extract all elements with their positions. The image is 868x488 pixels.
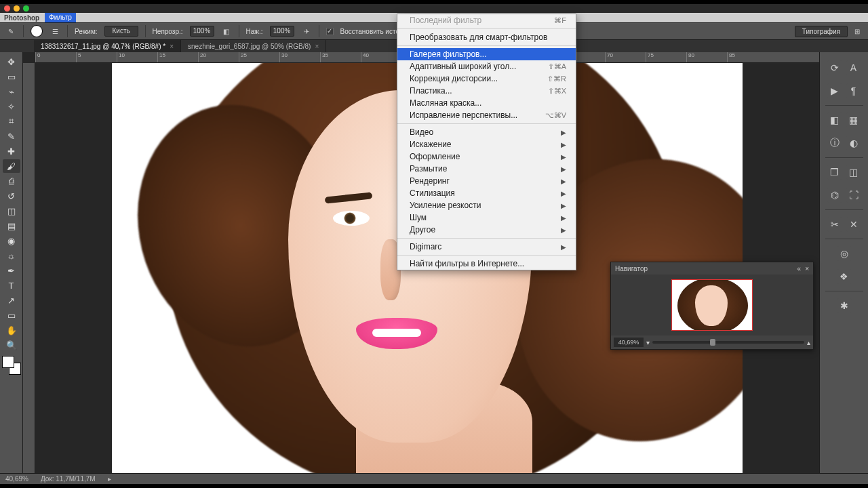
menu-item-label: Пластика... xyxy=(410,86,452,96)
document-tab[interactable]: 1383132617_11.jpg @ 40,7% (RGB/8#) * × xyxy=(34,40,181,52)
menu-item[interactable]: Шум▶ xyxy=(397,211,576,224)
clone-panel-icon[interactable]: ◎ xyxy=(837,246,852,261)
status-arrow-icon[interactable]: ▸ xyxy=(108,475,111,483)
shape-tool-icon[interactable]: ▭ xyxy=(3,308,20,322)
gradient-tool-icon[interactable]: ▤ xyxy=(3,219,20,232)
menu-item[interactable]: Видео▶ xyxy=(397,126,576,138)
brushes-panel-icon[interactable]: ✕ xyxy=(846,217,861,232)
submenu-arrow-icon: ▶ xyxy=(561,214,566,222)
info-panel-icon[interactable]: ⓘ xyxy=(827,136,842,150)
menu-item[interactable]: Пластика...⇧⌘X xyxy=(397,85,576,97)
navigator-zoom-field[interactable]: 40,69% xyxy=(614,338,644,347)
paths-panel-icon[interactable]: ⌬ xyxy=(827,188,842,203)
menu-item[interactable]: Digimarc▶ xyxy=(397,241,576,253)
menu-item[interactable]: Найти фильтры в Интернете... xyxy=(397,258,576,270)
panel-collapse-icon[interactable]: « xyxy=(797,265,802,272)
brush-tool-icon[interactable]: 🖌 xyxy=(3,159,20,173)
mode-select[interactable]: Кисть xyxy=(104,26,138,37)
stamp-tool-icon[interactable]: ⎙ xyxy=(3,174,20,188)
pen-tool-icon[interactable]: ✒ xyxy=(3,264,20,277)
menu-item[interactable]: Исправление перспективы...⌥⌘V xyxy=(397,109,576,121)
healing-tool-icon[interactable]: ✚ xyxy=(3,144,20,158)
zoom-tool-icon[interactable]: 🔍 xyxy=(3,338,20,352)
typography-button[interactable]: Типография xyxy=(795,26,848,37)
properties-panel-icon[interactable]: ❖ xyxy=(837,269,852,284)
zoom-in-icon[interactable]: ▴ xyxy=(807,339,810,346)
restore-history-checkbox[interactable] xyxy=(326,28,334,35)
navigator-panel[interactable]: Навигатор « × 40,69% ▾ ▴ xyxy=(610,262,814,350)
opacity-label: Непрозр.: xyxy=(153,28,183,35)
character-panel-icon[interactable]: A xyxy=(846,60,861,75)
close-icon[interactable]: × xyxy=(315,43,319,50)
submenu-arrow-icon: ▶ xyxy=(561,243,566,251)
opacity-field[interactable]: 100% xyxy=(190,26,214,37)
status-zoom[interactable]: 40,69% xyxy=(5,475,28,483)
tool-preset-icon[interactable]: ✎ xyxy=(5,26,16,37)
menu-item[interactable]: Галерея фильтров... xyxy=(397,48,576,60)
menu-item-label: Размытие xyxy=(410,164,447,174)
flow-label: Наж.: xyxy=(246,28,263,35)
blur-tool-icon[interactable]: ◉ xyxy=(3,234,20,247)
menu-item[interactable]: Усиление резкости▶ xyxy=(397,199,576,211)
menu-item[interactable]: Другое▶ xyxy=(397,224,576,236)
zoom-icon[interactable] xyxy=(23,5,29,12)
eyedropper-tool-icon[interactable]: ✎ xyxy=(3,129,20,143)
menu-item[interactable]: Коррекция дисторсии...⇧⌘R xyxy=(397,73,576,85)
menu-item[interactable]: Адаптивный широкий угол...⇧⌘A xyxy=(397,60,576,73)
brush-panel-icon[interactable]: ☰ xyxy=(50,26,60,37)
menu-item-label: Стилизация xyxy=(410,188,455,198)
menu-filter[interactable]: Фильтр xyxy=(45,13,76,22)
menu-item[interactable]: Рендеринг▶ xyxy=(397,175,576,187)
close-icon[interactable]: × xyxy=(170,43,174,50)
foreground-color-icon[interactable] xyxy=(2,356,14,368)
panel-close-icon[interactable]: × xyxy=(805,265,809,272)
submenu-arrow-icon: ▶ xyxy=(561,129,566,136)
dodge-tool-icon[interactable]: ☼ xyxy=(3,249,20,262)
channels-panel-icon[interactable]: ◫ xyxy=(846,165,861,180)
color-panel-icon[interactable]: ◧ xyxy=(827,113,842,127)
paragraph-panel-icon[interactable]: ¶ xyxy=(846,83,861,98)
minimize-icon[interactable] xyxy=(14,5,20,12)
styles-panel-icon[interactable]: ✂ xyxy=(827,217,842,232)
pressure-opacity-icon[interactable]: ◧ xyxy=(221,26,232,37)
type-tool-icon[interactable]: T xyxy=(3,279,20,292)
move-tool-icon[interactable]: ✥ xyxy=(3,55,20,68)
airbrush-icon[interactable]: ✈ xyxy=(301,26,312,37)
color-swatch[interactable] xyxy=(2,356,21,375)
wand-tool-icon[interactable]: ✧ xyxy=(3,100,20,113)
zoom-out-icon[interactable]: ▾ xyxy=(646,339,650,346)
navigator-preview[interactable] xyxy=(611,274,813,336)
menu-item[interactable]: Масляная краска... xyxy=(397,97,576,109)
crop-tool-icon[interactable]: ⌗ xyxy=(3,115,20,128)
history-brush-tool-icon[interactable]: ↺ xyxy=(3,189,20,203)
menu-shortcut: ⇧⌘X xyxy=(548,87,566,96)
menu-item[interactable]: Размытие▶ xyxy=(397,163,576,175)
menu-item[interactable]: Искажение▶ xyxy=(397,138,576,150)
close-icon[interactable] xyxy=(4,5,10,12)
flow-field[interactable]: 100% xyxy=(270,26,294,37)
tab-label: snezhnie_gori_6587.jpg @ 50% (RGB/8) xyxy=(188,43,311,50)
brush-preview-icon[interactable] xyxy=(31,25,43,37)
lasso-tool-icon[interactable]: ⌁ xyxy=(3,85,20,98)
menu-item[interactable]: Оформление▶ xyxy=(397,150,576,163)
adjustments-panel-icon[interactable]: ◐ xyxy=(846,136,861,150)
eraser-tool-icon[interactable]: ◫ xyxy=(3,204,20,218)
layers-panel-icon[interactable]: ❐ xyxy=(827,165,842,180)
history-panel-icon[interactable]: ⟳ xyxy=(827,60,842,75)
navigator-thumbnail xyxy=(671,279,753,331)
navigator-zoom-slider[interactable] xyxy=(652,341,804,344)
marquee-tool-icon[interactable]: ▭ xyxy=(3,70,20,83)
navigator-toggle-icon[interactable]: ✱ xyxy=(837,298,852,313)
status-bar: 40,69% Док: 11,7M/11,7M ▸ xyxy=(0,473,868,484)
menu-item-label: Преобразовать для смарт-фильтров xyxy=(410,33,547,42)
document-tab[interactable]: snezhnie_gori_6587.jpg @ 50% (RGB/8) × xyxy=(181,40,326,52)
path-tool-icon[interactable]: ↗ xyxy=(3,293,20,307)
panel-collapse-icon[interactable]: ⊞ xyxy=(852,26,863,37)
swatches-panel-icon[interactable]: ▦ xyxy=(846,113,861,127)
menu-item-label: Искажение xyxy=(410,140,452,149)
menu-item[interactable]: Стилизация▶ xyxy=(397,187,576,199)
menu-item[interactable]: Преобразовать для смарт-фильтров xyxy=(397,31,576,43)
transform-panel-icon[interactable]: ⛶ xyxy=(846,188,861,203)
actions-panel-icon[interactable]: ▶ xyxy=(827,83,842,98)
hand-tool-icon[interactable]: ✋ xyxy=(3,323,20,337)
